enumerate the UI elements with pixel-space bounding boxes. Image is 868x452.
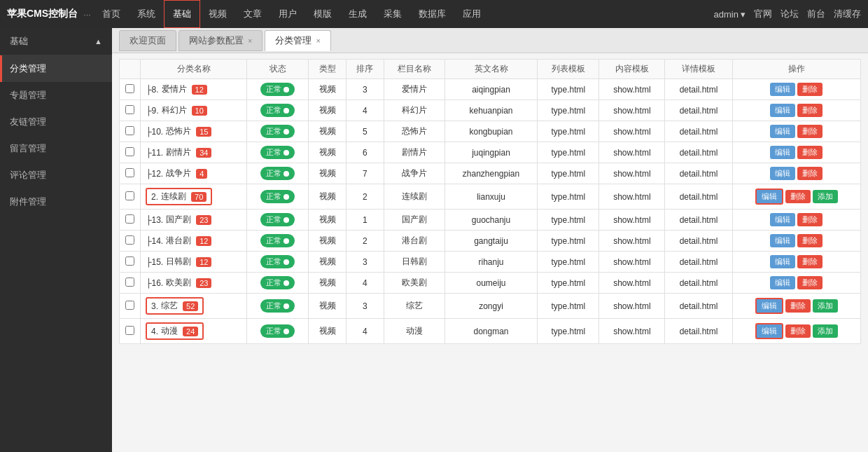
luntan-link[interactable]: 论坛 [780, 8, 799, 20]
nav-item-基础[interactable]: 基础 [164, 0, 200, 28]
row-name: 战争片 [166, 167, 191, 179]
sidebar-item-专题管理[interactable]: 专题管理 [0, 82, 112, 109]
add-button[interactable]: 添加 [813, 324, 838, 338]
qiantai-link[interactable]: 前台 [807, 8, 825, 20]
nav-item-首页[interactable]: 首页 [94, 0, 129, 28]
row-checkbox-cell [120, 252, 141, 273]
edit-button[interactable]: 编辑 [770, 104, 795, 117]
row-checkbox[interactable] [125, 191, 134, 200]
nav-item-视频[interactable]: 视频 [200, 0, 235, 28]
nav-item-数据库[interactable]: 数据库 [410, 0, 454, 28]
delete-button[interactable]: 删除 [797, 125, 822, 138]
row-enname-cell: gangtaiju [444, 231, 538, 252]
row-checkbox[interactable] [125, 126, 134, 135]
edit-button[interactable]: 编辑 [770, 276, 795, 289]
row-sort-cell: 5 [346, 121, 384, 142]
delete-button[interactable]: 删除 [797, 146, 822, 159]
row-sort-cell: 1 [346, 210, 384, 231]
sidebar-item-评论管理[interactable]: 评论管理 [0, 162, 112, 189]
row-checkbox[interactable] [125, 214, 134, 224]
row-type-cell: 视频 [309, 184, 346, 210]
guanwang-link[interactable]: 官网 [754, 8, 772, 20]
edit-button[interactable]: 编辑 [770, 213, 795, 226]
row-tpl-detail-cell: detail.html [665, 79, 732, 100]
nav-item-用户[interactable]: 用户 [270, 0, 305, 28]
row-badge: 12 [196, 257, 211, 267]
delete-button[interactable]: 删除 [785, 324, 811, 338]
row-checkbox[interactable] [125, 278, 134, 287]
sidebar-item-友链管理[interactable]: 友链管理 [0, 109, 112, 135]
delete-button[interactable]: 删除 [797, 234, 822, 247]
nav-item-采集[interactable]: 采集 [375, 0, 410, 28]
delete-button[interactable]: 删除 [797, 83, 822, 96]
tab-close-分类管理[interactable]: × [316, 36, 320, 45]
row-prefix: ├11. [146, 148, 163, 158]
row-checkbox[interactable] [125, 168, 134, 177]
row-type-cell: 视频 [309, 79, 346, 100]
edit-button[interactable]: 编辑 [770, 83, 795, 96]
delete-button[interactable]: 删除 [797, 276, 822, 289]
add-button[interactable]: 添加 [813, 190, 838, 203]
edit-button[interactable]: 编辑 [755, 189, 783, 205]
sidebar-item-附件管理[interactable]: 附件管理 [0, 189, 112, 215]
row-type-cell: 视频 [309, 319, 346, 344]
row-checkbox[interactable] [125, 301, 134, 310]
nav-item-生成[interactable]: 生成 [340, 0, 375, 28]
row-sort-cell: 4 [346, 273, 384, 294]
row-name-highlight: 4. 动漫 24 [146, 322, 204, 340]
edit-button[interactable]: 编辑 [770, 234, 795, 247]
row-tpl-detail-cell: detail.html [665, 252, 732, 273]
nav-item-文章[interactable]: 文章 [235, 0, 270, 28]
edit-button[interactable]: 编辑 [770, 255, 795, 268]
row-checkbox[interactable] [125, 105, 134, 114]
row-tpl-detail-cell: detail.html [665, 163, 732, 184]
delete-button[interactable]: 删除 [797, 104, 822, 117]
admin-link[interactable]: admin ▾ [714, 9, 746, 20]
tab-close-网站参数配置[interactable]: × [248, 36, 252, 45]
nav-item-应用[interactable]: 应用 [454, 0, 489, 28]
status-badge: 正常 [260, 234, 295, 247]
row-checkbox[interactable] [125, 256, 134, 266]
edit-button[interactable]: 编辑 [755, 323, 783, 339]
add-button[interactable]: 添加 [813, 299, 838, 313]
sidebar-item-分类管理[interactable]: 分类管理 [0, 55, 112, 82]
qingcun-button[interactable]: 清缓存 [834, 8, 861, 20]
sidebar-item-留言管理[interactable]: 留言管理 [0, 135, 112, 162]
tab-分类管理[interactable]: 分类管理× [265, 30, 330, 51]
delete-button[interactable]: 删除 [797, 255, 822, 268]
delete-button[interactable]: 删除 [797, 213, 822, 226]
row-badge: 12 [192, 85, 207, 95]
delete-button[interactable]: 删除 [785, 299, 811, 313]
nav-item-模版[interactable]: 模版 [305, 0, 340, 28]
edit-button[interactable]: 编辑 [770, 146, 795, 159]
edit-button[interactable]: 编辑 [770, 125, 795, 138]
row-name-highlight: 2. 连续剧 70 [146, 188, 212, 205]
edit-button[interactable]: 编辑 [770, 167, 795, 180]
row-badge: 12 [196, 236, 211, 246]
row-badge: 24 [183, 327, 198, 336]
edit-button[interactable]: 编辑 [755, 298, 783, 314]
row-name-inner: ├14. 港台剧 12 [146, 235, 211, 247]
row-checkbox[interactable] [125, 326, 134, 335]
row-checkbox-cell [120, 319, 141, 344]
row-enname-cell: zongyi [444, 294, 538, 319]
row-tpl-show-cell: show.html [599, 231, 665, 252]
row-name-inner: ├16. 欧美剧 23 [146, 277, 211, 289]
row-enname-cell: kehuanpian [444, 100, 538, 121]
status-badge: 正常 [260, 190, 295, 203]
row-checkbox[interactable] [125, 147, 134, 156]
row-checkbox[interactable] [125, 84, 134, 93]
delete-button[interactable]: 删除 [797, 167, 822, 180]
delete-button[interactable]: 删除 [785, 190, 811, 203]
main-content: 欢迎页面网站参数配置×分类管理× 分类名称 状态 类型 排序 栏目名称 英文名称… [112, 28, 868, 452]
row-name-cell: ├16. 欧美剧 23 [141, 273, 247, 294]
row-checkbox[interactable] [125, 235, 134, 245]
tab-欢迎页面[interactable]: 欢迎页面 [119, 30, 176, 51]
row-name-cell: ├12. 战争片 4 [141, 163, 247, 184]
status-badge: 正常 [260, 324, 295, 338]
row-tpl-list-cell: type.html [538, 294, 599, 319]
row-tpl-list-cell: type.html [538, 142, 599, 163]
nav-item-系统[interactable]: 系统 [129, 0, 164, 28]
tab-网站参数配置[interactable]: 网站参数配置× [178, 30, 262, 51]
col-type: 类型 [309, 60, 346, 79]
